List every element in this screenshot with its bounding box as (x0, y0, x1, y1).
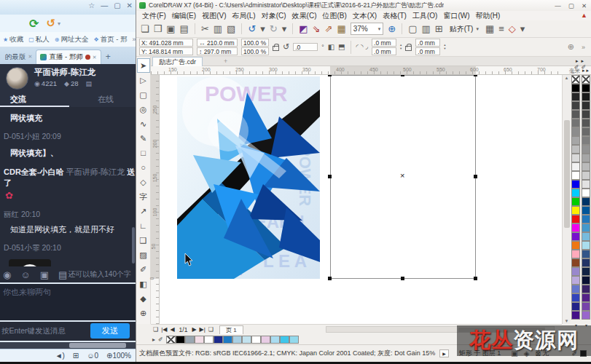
previous-page-button[interactable]: ◀ (170, 326, 174, 333)
color-swatch[interactable] (571, 162, 580, 171)
send-button[interactable]: 发送 (90, 323, 130, 339)
scale-x-field[interactable]: 100.0 % (241, 39, 269, 47)
color-swatch[interactable] (582, 258, 590, 267)
mention-icon[interactable]: ◉ (3, 269, 11, 280)
corner-style-button[interactable]: ◜ (356, 44, 359, 50)
selection-handle[interactable] (474, 277, 477, 280)
text-tool[interactable]: 字 (137, 189, 150, 204)
color-swatch[interactable] (571, 75, 580, 84)
drawing-canvas[interactable]: POWER POWER LEARN EARN L E A (160, 75, 562, 324)
browser-horizontal-scrollbar[interactable] (0, 342, 136, 349)
redo-caret-icon[interactable]: ▾ (282, 24, 287, 33)
cdr-close-button[interactable]: ✕ (582, 2, 587, 9)
menu-item[interactable]: 表格(T) (383, 11, 407, 21)
add-property-icon[interactable]: ⊕ (568, 42, 574, 52)
color-swatch[interactable] (251, 336, 261, 344)
scroll-down-icon[interactable]: ▼ (563, 319, 571, 323)
search-content-icon[interactable]: ◩ (299, 24, 308, 33)
color-swatch[interactable] (571, 311, 580, 320)
color-swatch[interactable] (185, 336, 195, 344)
shape-tool[interactable]: ▷ (137, 73, 150, 87)
expand-profile-icon[interactable]: ▶ (439, 349, 449, 357)
rectangle-tool[interactable]: □ (137, 146, 150, 160)
color-swatch[interactable] (582, 180, 590, 189)
emoji-counter[interactable]: ☺0 (87, 352, 98, 360)
color-swatch[interactable] (571, 189, 580, 197)
drop-shadow-tool[interactable]: ❑ (137, 233, 150, 248)
tab-close-icon[interactable]: ✕ (28, 54, 33, 60)
lock-corners-icon[interactable] (405, 46, 412, 51)
color-swatch[interactable] (582, 162, 590, 171)
color-swatch[interactable] (571, 110, 580, 119)
volume-icon[interactable]: ◄) (55, 352, 65, 360)
color-swatch[interactable] (571, 285, 580, 293)
paste-icon[interactable]: ▧ (227, 24, 235, 33)
redo-icon[interactable]: ↻ (270, 24, 278, 33)
browser-close-button[interactable]: ✕ (127, 1, 133, 9)
menu-item[interactable]: 文件(F) (142, 11, 166, 21)
color-swatch[interactable] (289, 336, 299, 344)
color-swatch[interactable] (571, 258, 580, 267)
chat-input[interactable] (0, 284, 136, 300)
save-icon[interactable]: ▣ (166, 24, 175, 33)
new-tab-button[interactable]: + (106, 52, 111, 64)
tab-chat[interactable]: 交流 (10, 94, 26, 105)
vertical-scrollbar[interactable]: ▲ ▼ (562, 75, 571, 324)
color-swatch[interactable] (571, 119, 580, 127)
color-swatch[interactable] (571, 84, 580, 92)
toolbar-icon[interactable] (292, 23, 293, 34)
bookmark-home[interactable]: ❖首页 - 邢 (93, 35, 127, 44)
selection-handle[interactable] (474, 75, 477, 76)
cdr-minimize-button[interactable]: — (555, 2, 561, 9)
selection-handle[interactable] (401, 277, 404, 280)
color-swatch[interactable] (571, 302, 580, 311)
lock-ratio-icon[interactable] (273, 46, 279, 51)
color-swatch[interactable] (195, 336, 204, 344)
toolbox-icon[interactable]: ⊞ (73, 352, 79, 360)
scale-y-field[interactable]: 100.0 % (241, 47, 269, 55)
color-swatch[interactable] (582, 293, 590, 302)
color-swatch[interactable] (571, 136, 580, 145)
mirror-vertical-button[interactable]: ⬒ (338, 44, 345, 51)
corner-radius-field[interactable]: .0 mm (372, 39, 396, 47)
bookmark-sites[interactable]: ⊕网址大全 (55, 35, 89, 44)
color-swatch[interactable] (242, 336, 251, 344)
chat-message-list[interactable]: 网状填充 D-051小妞 20:09 网状填充】、 CDR全套-小白哈 平面讲师… (0, 107, 136, 266)
artistic-media-tool[interactable]: ✎ (137, 131, 150, 146)
refresh-icon[interactable]: ⟳ (29, 17, 39, 31)
corner-style-button[interactable]: ◞ (366, 44, 369, 50)
color-swatch[interactable] (582, 215, 590, 223)
selection-handle[interactable] (328, 277, 332, 280)
image-icon[interactable]: ▣ (40, 269, 49, 280)
color-swatch[interactable] (582, 119, 590, 127)
color-swatch[interactable] (571, 223, 580, 232)
board-icon[interactable]: ▤ (58, 269, 67, 280)
color-swatch[interactable] (582, 267, 590, 276)
page-tab[interactable]: 页 1 (219, 325, 243, 334)
color-swatch[interactable] (582, 276, 590, 285)
undo-icon[interactable]: ↺ (248, 24, 256, 33)
ellipse-tool[interactable]: ○ (137, 160, 150, 175)
next-page-button[interactable]: ▶ (192, 326, 196, 333)
color-swatch[interactable] (261, 336, 270, 344)
color-swatch[interactable] (571, 241, 580, 250)
transparency-tool[interactable]: ▨ (137, 248, 150, 262)
menu-item[interactable]: 文本(X) (353, 11, 377, 21)
crop-tool[interactable]: ▢ (137, 87, 150, 102)
eyedropper-tool[interactable]: ✐ (137, 262, 150, 277)
color-swatch[interactable] (280, 336, 289, 344)
undo-caret-icon[interactable]: ▾ (260, 24, 265, 33)
color-swatch[interactable] (571, 92, 580, 101)
browser-maximize-button[interactable]: ▢ (114, 1, 120, 9)
color-swatch[interactable] (582, 171, 590, 180)
color-swatch[interactable] (582, 250, 590, 258)
y-position-field[interactable]: Y: 148.814 mm (139, 47, 193, 55)
scrollbar-thumb[interactable] (69, 343, 126, 348)
zoom-level-combo[interactable]: 37% ▾ (351, 23, 384, 35)
docker-arrows[interactable]: ▸▸ (576, 58, 587, 63)
ruler-settings-icon[interactable]: ≡ (498, 24, 504, 33)
calendar-icon[interactable]: ▤ (86, 80, 93, 87)
browser-minimize-button[interactable]: — (101, 1, 108, 9)
fullscreen-preview-icon[interactable]: ▢ (408, 24, 417, 33)
mirror-horizontal-button[interactable]: ◧ (328, 44, 334, 51)
